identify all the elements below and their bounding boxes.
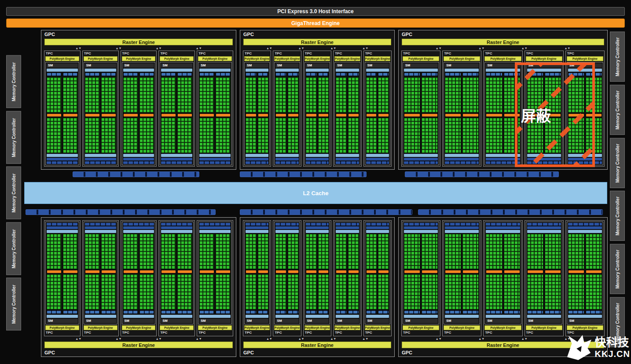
tpc-block: SMPolyMorph EngineTPC (442, 220, 481, 336)
register-file-bar (422, 311, 437, 313)
register-file-bar (378, 311, 389, 313)
up-down-arrow-icon: ▲▼ (436, 337, 442, 340)
sm-block: SM (444, 62, 480, 165)
instruction-cache-bar (306, 315, 329, 318)
cuda-core-grid (216, 234, 231, 269)
sm-block: SM (198, 62, 232, 165)
tpc-block: SMPolyMorph EngineTPC (82, 220, 119, 336)
texture-unit-bar (47, 158, 78, 160)
polymorph-engine-bar: PolyMorph Engine (244, 56, 270, 61)
instruction-cache-bar (306, 69, 329, 72)
register-file-bar (161, 73, 176, 76)
raster-engine-bar: Raster Engine (243, 342, 391, 348)
scheduler-bar (445, 270, 461, 273)
register-file-bar (85, 73, 99, 76)
gpc-label: GPC (402, 350, 412, 355)
instruction-cache-bar (527, 315, 561, 318)
texture-unit-bar (568, 226, 602, 229)
watermark-en-label: KKJ.CN (595, 349, 630, 359)
sm-core-column (404, 73, 420, 153)
l1-cache-bar (85, 154, 116, 157)
sm-core-column (85, 73, 100, 153)
ldst-unit-bar (445, 223, 479, 226)
tpc-block: SMPolyMorph EngineTPC (483, 220, 522, 336)
up-down-arrow-icon: ▲▼ (266, 337, 272, 340)
cuda-core-grid (101, 234, 116, 269)
scheduler-bar (504, 270, 520, 273)
ldst-unit-bar (366, 223, 389, 226)
sm-core-columns (527, 234, 561, 314)
memory-controller-block: Memory Controller (6, 222, 21, 275)
sm-block: SM (244, 222, 270, 324)
l1-cache-bar (47, 154, 78, 157)
sm-label: SM (199, 63, 231, 68)
scheduler-bar (445, 114, 461, 116)
polymorph-engine-bar: PolyMorph Engine (45, 325, 79, 330)
tpc-label: TPC (484, 331, 522, 336)
instruction-cache-bar (336, 69, 359, 72)
instruction-cache-bar (85, 69, 116, 72)
tpc-label: TPC (121, 51, 157, 56)
polymorph-engine-bar: PolyMorph Engine (274, 325, 300, 330)
scheduler-bar (124, 114, 138, 116)
register-file-bar (586, 311, 602, 313)
cuda-core-grid (275, 77, 286, 113)
texture-unit-bar (404, 226, 438, 229)
sm-block: SM (122, 222, 156, 324)
cuda-core-grid (404, 234, 420, 269)
instruction-cache-bar (161, 69, 192, 72)
sm-core-columns (123, 73, 154, 153)
cuda-core-grid (348, 77, 359, 113)
l1-cache-bar (306, 230, 329, 233)
instruction-cache-bar (404, 69, 438, 72)
instruction-cache-bar (445, 315, 479, 318)
sm-core-columns (85, 73, 116, 153)
texture-unit-bar (161, 158, 192, 160)
pci-express-host-interface-bar: PCI Express 3.0 Host Interface (6, 7, 625, 16)
register-file-bar (246, 73, 256, 76)
texture-unit-bar (275, 158, 298, 160)
ldst-unit-bar (161, 161, 192, 164)
ldst-unit-bar (445, 161, 479, 164)
sm-core-column (216, 234, 231, 314)
cuda-core-grid (216, 77, 231, 113)
tpc-label: TPC (273, 51, 301, 56)
register-file-bar (319, 311, 329, 313)
memory-controller-block: Memory Controller (610, 32, 625, 82)
sm-label: SM (336, 63, 359, 68)
sm-core-column (445, 73, 461, 153)
cuda-core-grid (504, 234, 520, 269)
register-file-bar (216, 73, 230, 76)
sm-core-column (288, 73, 299, 153)
texture-unit-bar (275, 226, 298, 229)
polymorph-engine-bar: PolyMorph Engine (45, 56, 79, 61)
up-down-arrow-icon: ▲▼ (521, 337, 528, 340)
register-file-bar (276, 73, 286, 76)
scheduler-bar (586, 270, 602, 273)
l1-cache-bar (275, 230, 298, 233)
cuda-core-grid (63, 118, 78, 153)
ldst-unit-bar (275, 161, 298, 164)
ldst-unit-bar (123, 223, 154, 226)
register-file-bar (246, 311, 256, 313)
tpc-block: TPCPolyMorph EngineSM (442, 51, 481, 167)
tpc-row: TPCPolyMorph EngineSMTPCPolyMorph Engine… (240, 51, 394, 169)
disabled-region-label: 屏蔽 (521, 104, 551, 126)
sm-core-column (348, 234, 359, 314)
up-down-arrow-icon: ▲▼ (298, 337, 304, 340)
sm-core-columns (199, 73, 231, 153)
sm-core-column (422, 73, 438, 153)
tpc-label: TPC (334, 51, 361, 56)
scheduler-bar (63, 114, 77, 116)
texture-unit-bar (527, 226, 561, 229)
sm-core-column (47, 73, 62, 153)
scheduler-bar (404, 270, 420, 273)
sm-label: SM (161, 63, 192, 68)
memory-controller-column-right: Memory ControllerMemory ControllerMemory… (610, 32, 625, 347)
sm-core-columns (161, 234, 192, 314)
cuda-core-grid (246, 118, 257, 153)
up-down-arrow-icon: ▲▼ (75, 337, 81, 340)
sm-block: SM (45, 222, 79, 324)
scheduler-bar (319, 270, 329, 273)
sm-core-columns (275, 73, 298, 153)
